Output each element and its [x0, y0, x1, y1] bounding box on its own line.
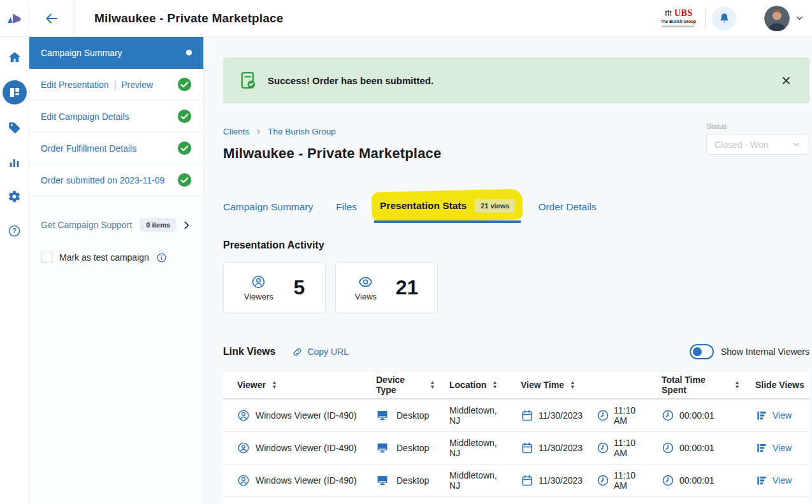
tab-presentation-stats[interactable]: Presentation Stats 21 views: [380, 199, 515, 223]
banner-message: Success! Order has been submitted.: [268, 75, 433, 86]
table-row: Windows Viewer (ID-490) Desktop Middleto…: [223, 432, 809, 464]
device-type: Desktop: [396, 410, 429, 421]
clock-icon: [662, 474, 674, 487]
person-circle-icon: [251, 275, 266, 289]
nav-rail: [0, 37, 29, 504]
app-window: Milwaukee - Private Marketplace UBS The …: [0, 0, 812, 504]
tab-order-details[interactable]: Order Details: [538, 201, 596, 223]
col-viewer[interactable]: Viewer: [223, 380, 362, 390]
monitor-icon: [376, 474, 389, 487]
slide-views-icon: [755, 409, 768, 422]
monitor-icon: [376, 442, 389, 454]
views-count-badge: 21 views: [475, 199, 515, 213]
clock-icon: [597, 442, 609, 454]
edit-presentation-link[interactable]: Edit Presentation: [41, 80, 109, 90]
link-icon: [292, 347, 303, 357]
header-divider: [705, 9, 706, 28]
view-slides-link[interactable]: View: [772, 475, 792, 486]
tab-label: Presentation Stats: [380, 200, 467, 212]
link-views-header: Link Views Copy URL Show Internal Viewer…: [223, 344, 809, 359]
app-logo[interactable]: [0, 0, 29, 36]
sort-icon: [430, 380, 435, 389]
tag-icon: [8, 121, 21, 134]
preview-link[interactable]: Preview: [121, 80, 153, 90]
nav-campaigns[interactable]: [3, 80, 27, 104]
activity-cards: Viewers 5 Views 21: [223, 262, 809, 313]
col-total-time-spent[interactable]: Total Time Spent: [646, 375, 740, 395]
nav-home[interactable]: [3, 46, 26, 69]
info-icon[interactable]: [156, 252, 167, 263]
page-head: Clients The Burish Group Milwaukee - Pri…: [223, 127, 809, 162]
document-check-icon: [238, 71, 257, 90]
link-views-heading: Link Views: [223, 346, 275, 357]
table-row: Windows Viewer (ID-490) Desktop Middleto…: [223, 400, 809, 432]
check-circle-icon: [177, 173, 192, 187]
view-slides-link[interactable]: View: [772, 410, 792, 421]
back-button[interactable]: [29, 0, 74, 36]
copy-url-label: Copy URL: [307, 347, 349, 357]
view-date: 11/30/2023: [539, 475, 583, 486]
check-circle-icon: [177, 141, 192, 155]
viewer-name: Windows Viewer (ID-490): [256, 410, 356, 421]
calendar-icon: [521, 442, 533, 454]
total-time: 00:00:01: [679, 443, 714, 453]
app-logo-icon: [6, 11, 23, 25]
breadcrumb-group[interactable]: The Burish Group: [268, 127, 336, 136]
chevron-down-icon: [792, 140, 801, 149]
bar-chart-icon: [8, 155, 21, 169]
step-label: Order submitted on 2023-11-09: [41, 175, 164, 185]
brand-logo: UBS The Burish Group: [656, 6, 701, 30]
tab-campaign-summary[interactable]: Campaign Summary: [223, 201, 313, 223]
nav-reports[interactable]: [3, 150, 26, 173]
check-circle-icon: [177, 77, 192, 92]
col-view-time[interactable]: View Time: [507, 380, 646, 390]
ubs-keys-icon: [664, 10, 672, 17]
status-select[interactable]: Closed - Won: [706, 134, 809, 155]
view-time: 11:10 AM: [614, 470, 646, 491]
nav-tags[interactable]: [3, 116, 26, 139]
partial-next-row: [223, 497, 809, 504]
arrow-left-icon: [44, 11, 59, 26]
test-campaign-checkbox[interactable]: [41, 252, 52, 263]
brand-name: UBS: [674, 9, 693, 18]
brand-fineprint: [662, 25, 695, 27]
nav-help[interactable]: [3, 219, 26, 242]
person-circle-icon: [237, 442, 250, 454]
step-label: Order Fulfillment Details: [41, 143, 136, 154]
tab-files[interactable]: Files: [336, 201, 357, 223]
col-location[interactable]: Location: [435, 380, 507, 390]
viewer-name: Windows Viewer (ID-490): [256, 475, 356, 486]
get-campaign-support[interactable]: Get Campaign Support 0 items: [29, 211, 203, 239]
location: Middletown, NJ: [449, 438, 507, 458]
step-edit-presentation[interactable]: Edit Presentation | Preview: [29, 69, 203, 101]
notifications-button[interactable]: [712, 6, 736, 31]
active-dot: [186, 50, 192, 55]
profile-menu-button[interactable]: [795, 13, 804, 23]
step-order-fulfillment[interactable]: Order Fulfillment Details: [29, 133, 203, 164]
breadcrumb-chevron-icon: [255, 128, 262, 135]
table-row: Windows Viewer (ID-490) Desktop Middleto…: [223, 464, 809, 497]
step-edit-campaign-details[interactable]: Edit Campaign Details: [29, 101, 203, 133]
slide-views-icon: [755, 474, 768, 487]
user-avatar[interactable]: [764, 6, 790, 31]
views-value: 21: [396, 276, 419, 299]
copy-url-button[interactable]: Copy URL: [292, 347, 349, 357]
person-circle-icon: [237, 409, 250, 422]
nav-settings[interactable]: [3, 185, 26, 208]
views-card: Views 21: [335, 262, 438, 313]
support-items-badge: 0 items: [140, 218, 177, 232]
total-time: 00:00:01: [679, 410, 714, 421]
banner-close-button[interactable]: [778, 73, 794, 89]
clock-icon: [597, 409, 609, 422]
view-date: 11/30/2023: [539, 443, 583, 453]
sort-icon: [734, 380, 740, 389]
view-slides-link[interactable]: View: [772, 443, 792, 453]
step-campaign-summary[interactable]: Campaign Summary: [29, 37, 203, 69]
col-device-type[interactable]: Device Type: [362, 375, 435, 395]
clock-icon: [597, 474, 609, 487]
viewer-name: Windows Viewer (ID-490): [256, 443, 356, 453]
show-internal-viewers-toggle[interactable]: [690, 344, 714, 359]
breadcrumb-clients[interactable]: Clients: [223, 127, 249, 136]
eye-icon: [358, 275, 373, 289]
step-order-submitted[interactable]: Order submitted on 2023-11-09: [29, 164, 203, 196]
